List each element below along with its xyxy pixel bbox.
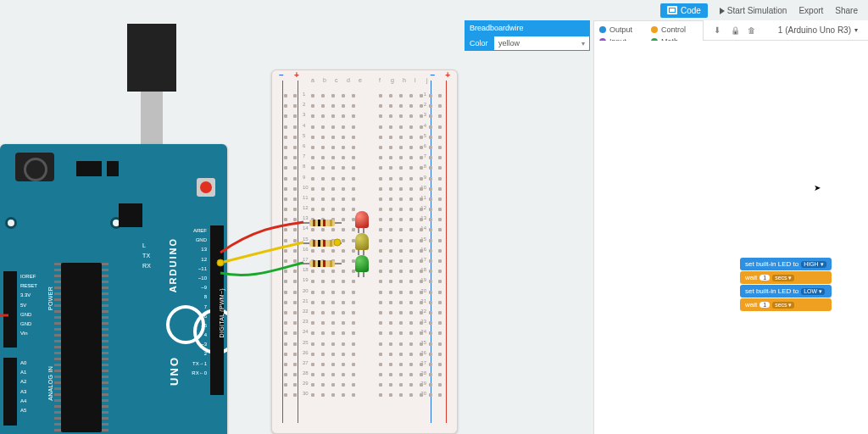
power-pin-labels: IOREFRESET3.3V5VGNDGNDVin	[20, 273, 37, 337]
analog-group-label: ANALOG IN	[47, 366, 53, 401]
code-label: Code	[681, 6, 701, 15]
minus-icon: –	[279, 70, 284, 80]
atmega-chip	[61, 263, 102, 432]
block-set-led-low[interactable]: set built-in LED toLOW ▾	[740, 285, 832, 298]
code-workspace[interactable]: set built-in LED toHIGH ▾ wait1secs ▾ se…	[593, 41, 868, 434]
led-red[interactable]	[355, 211, 369, 228]
block-stack[interactable]: set built-in LED toHIGH ▾ wait1secs ▾ se…	[740, 258, 832, 312]
rail-holes[interactable]	[284, 91, 300, 401]
smd-component	[107, 161, 119, 176]
tie-holes-right[interactable]	[379, 91, 426, 401]
code-tool-icons	[714, 25, 758, 36]
block-number-input[interactable]: 1	[760, 302, 770, 308]
play-icon	[720, 8, 725, 14]
top-toolbar: Code Start Simulation Export Share	[650, 0, 868, 20]
block-set-led-high[interactable]: set built-in LED toHIGH ▾	[740, 258, 832, 270]
led-rx-label: RX	[142, 263, 151, 269]
smd-component	[76, 161, 102, 176]
trash-icon[interactable]	[748, 25, 758, 36]
block-dropdown[interactable]: HIGH ▾	[801, 261, 826, 268]
dot-icon	[599, 26, 606, 33]
block-text: wait	[745, 274, 757, 281]
block-text: set built-in LED to	[745, 260, 798, 268]
device-value: 1 (Arduino Uno R3)	[778, 25, 851, 35]
power-group-label: POWER	[47, 287, 53, 310]
usb-plug[interactable]	[127, 24, 176, 92]
palette-label: Control	[661, 25, 686, 34]
block-text: wait	[745, 301, 757, 309]
arduino-uno[interactable]: ARDUINO UNO AREFGND1312~11~10~987~6~54~3…	[0, 144, 227, 434]
led-tx-label: TX	[142, 253, 151, 259]
breadboard[interactable]: – + – + abcde fghij 12345678910111213141…	[271, 70, 458, 434]
device-select[interactable]: 1 (Arduino Uno R3) ▾	[778, 25, 858, 35]
digital-group-label: DIGITAL (PWM~)	[219, 288, 225, 337]
breadboard-col-labels-left: abcde	[311, 77, 365, 83]
start-sim-label: Start Simulation	[727, 6, 787, 15]
barrel-jack	[15, 153, 54, 181]
smd-component	[119, 203, 142, 227]
chevron-down-icon: ▾	[854, 26, 858, 34]
plus-icon: +	[294, 70, 299, 80]
lock-icon[interactable]	[731, 25, 741, 36]
led-l-label: L	[142, 242, 146, 248]
circuit-canvas[interactable]: ARDUINO UNO AREFGND1312~11~10~987~6~54~3…	[0, 0, 593, 434]
resistor[interactable]	[309, 220, 335, 226]
block-dropdown[interactable]: LOW ▾	[801, 288, 825, 295]
block-dropdown[interactable]: secs ▾	[772, 302, 794, 309]
resistor[interactable]	[309, 260, 335, 267]
power-header[interactable]	[3, 271, 17, 348]
led-yellow[interactable]	[355, 233, 369, 250]
rail-line	[282, 81, 283, 423]
mouse-cursor: ➤	[814, 183, 821, 192]
palette-label: Output	[609, 25, 632, 34]
digital-pin-labels: AREFGND1312~11~10~987~6~54~32TX→1RX←0	[192, 227, 207, 377]
dot-icon	[651, 26, 658, 33]
share-button[interactable]: Share	[835, 6, 858, 15]
block-text: set built-in LED to	[745, 287, 798, 295]
plus-icon: +	[445, 70, 450, 80]
start-simulation-button[interactable]: Start Simulation	[720, 6, 787, 15]
mount-hole	[5, 217, 17, 229]
code-icon	[667, 6, 677, 14]
arduino-brand-label: ARDUINO	[168, 237, 178, 292]
download-icon[interactable]	[714, 25, 724, 36]
rail-line	[446, 81, 447, 423]
block-dropdown[interactable]: secs ▾	[772, 275, 794, 281]
block-number-input[interactable]: 1	[760, 275, 770, 281]
breadboard-col-labels-right: fghij	[379, 77, 433, 83]
arduino-model-label: UNO	[168, 356, 181, 386]
palette-output[interactable]: Output	[599, 25, 646, 35]
led-green[interactable]	[355, 255, 369, 272]
analog-header[interactable]	[3, 358, 17, 426]
rail-holes[interactable]	[429, 91, 445, 401]
block-wait-2[interactable]: wait1secs ▾	[740, 298, 832, 311]
palette-control[interactable]: Control	[651, 25, 698, 35]
usb-cable	[141, 92, 163, 144]
block-wait-1[interactable]: wait1secs ▾	[740, 271, 832, 284]
analog-pin-labels: A0A1A2A3A4A5	[20, 359, 26, 415]
resistor[interactable]	[309, 240, 335, 247]
code-button[interactable]: Code	[660, 3, 708, 18]
reset-button[interactable]	[197, 178, 215, 197]
export-button[interactable]: Export	[798, 6, 823, 15]
